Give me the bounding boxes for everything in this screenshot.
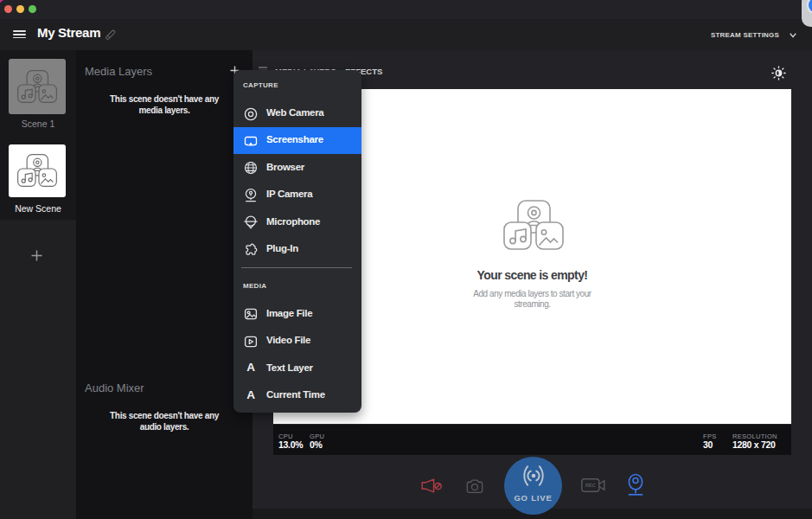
svg-text:REC: REC: [585, 483, 596, 488]
